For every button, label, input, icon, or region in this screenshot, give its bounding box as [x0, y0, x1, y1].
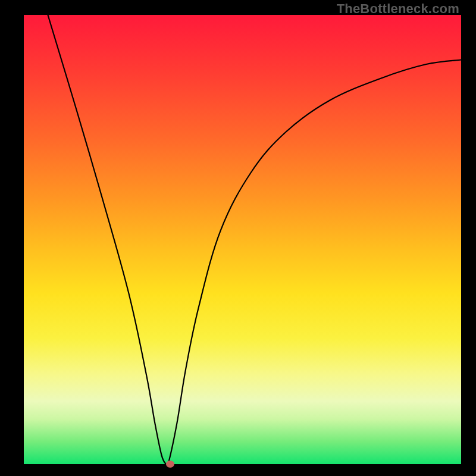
plot-area	[24, 15, 461, 464]
bottleneck-curve	[24, 15, 461, 464]
minimum-marker	[166, 461, 174, 468]
chart-frame: TheBottleneck.com	[0, 0, 476, 476]
